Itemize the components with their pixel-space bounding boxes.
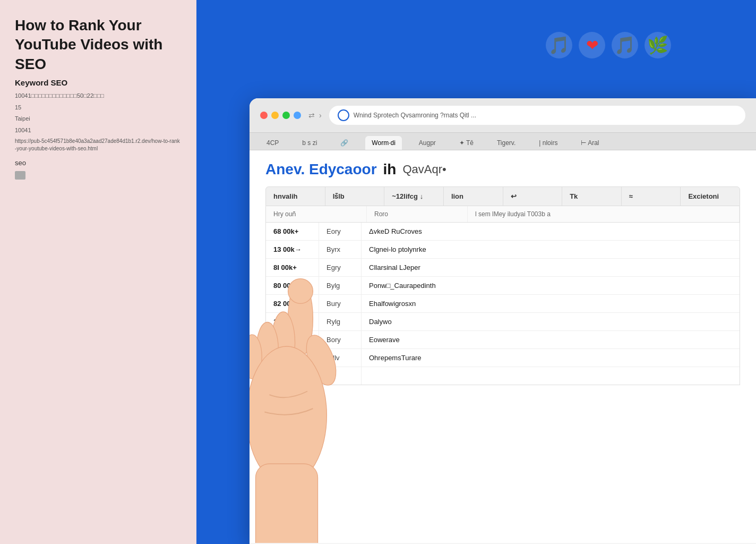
- extra-button[interactable]: [294, 112, 301, 119]
- page-url: https://pub-5c454f571b8e40a3a2aad27ade84…: [15, 138, 182, 152]
- maximize-button[interactable]: [282, 112, 290, 119]
- cell-num: S0 00k+: [266, 349, 319, 367]
- data-table: hnvalih ls̄lb ~12lifcg ↓ lion ↩ Tk ≈ Exc…: [265, 186, 740, 385]
- cell-text: [362, 367, 740, 385]
- heart-icon: ❤: [579, 32, 605, 58]
- cell-num: 17 00k+: [266, 313, 319, 330]
- cell-num: 8F 00k+: [266, 367, 319, 385]
- th-2: ~12lifcg ↓: [384, 187, 444, 206]
- table-row: 8F 00k+: [266, 367, 740, 385]
- tab-4[interactable]: Augpr: [413, 136, 442, 150]
- table-row: 32 00k+ Bory Eowerave: [266, 331, 740, 349]
- th-3: lion: [444, 187, 503, 206]
- tab-1[interactable]: b s zi: [296, 136, 323, 150]
- cell-text: Dalywo: [362, 313, 740, 330]
- browser-content: Anev. Edycaoor ih QavAqr• hnvalih ls̄lb …: [250, 150, 756, 543]
- meta-line1: 10041□□□□□□□□□□□□□50□22□□□: [15, 91, 182, 101]
- cell-mid: Bury: [319, 295, 362, 312]
- tab-3[interactable]: Worm·di: [365, 136, 401, 150]
- meta-line2: 15: [15, 103, 182, 113]
- cell-mid: Egry: [319, 259, 362, 276]
- cell-num: 32 00k+: [266, 331, 319, 348]
- sub-2: l sem lMey iludyai T003b a: [468, 206, 740, 222]
- content-title: Anev. Edycaoor ih QavAqr•: [265, 161, 740, 178]
- browser-chrome: ⇄ › Wnind Sprotech Qvsamroning ?rnats Qi…: [250, 98, 756, 133]
- cell-mid: Bory: [319, 331, 362, 348]
- cell-text: Cllarsinal LJeper: [362, 259, 740, 276]
- keyword-label: Keyword SEO: [15, 78, 182, 87]
- cell-num: 68 00k+: [266, 223, 319, 240]
- cell-text: Ponw□_Caurapedinth: [362, 277, 740, 294]
- th-5: Tk: [562, 187, 622, 206]
- table-row: 68 00k+ Eory ΔvkeD RuCroves: [266, 223, 740, 241]
- address-circle-icon: [338, 109, 349, 121]
- back-icon[interactable]: ⇄: [308, 111, 315, 120]
- music-icon-2: 🎵: [612, 32, 638, 58]
- cell-text: Ehalfowigrosxn: [362, 295, 740, 312]
- tag-label: seo: [15, 159, 182, 167]
- sub-1: Roro: [367, 206, 468, 222]
- tag-icon: [15, 171, 25, 180]
- forward-icon[interactable]: ›: [319, 111, 322, 120]
- cell-text: OhrepemsTurare: [362, 349, 740, 367]
- cell-num: 13 00k→: [266, 241, 319, 258]
- data-rows: 68 00k+ Eory ΔvkeD RuCroves 13 00k→ Byrx…: [265, 223, 740, 385]
- th-1: ls̄lb: [325, 187, 385, 206]
- cell-num: 82 00k+: [266, 295, 319, 312]
- tab-2[interactable]: 🔗: [334, 136, 355, 150]
- tab-8[interactable]: ⊢ Aral: [574, 136, 605, 150]
- close-button[interactable]: [260, 112, 268, 119]
- tab-0[interactable]: 4CP: [260, 136, 285, 150]
- th-7: Excietoni: [681, 187, 740, 206]
- content-title-part2: ih: [383, 161, 397, 178]
- meta-line3: Taipei: [15, 114, 182, 124]
- traffic-lights: [260, 112, 301, 119]
- cell-num: 80 00k+: [266, 277, 319, 294]
- table-header: hnvalih ls̄lb ~12lifcg ↓ lion ↩ Tk ≈ Exc…: [265, 186, 740, 206]
- table-row: S0 00k+ Nillv OhrepemsTurare: [266, 349, 740, 367]
- cell-mid: Byrx: [319, 241, 362, 258]
- browser-tabs-bar: 4CP b s zi 🔗 Worm·di Augpr ✦ Tē Tigerv. …: [250, 133, 756, 150]
- address-bar[interactable]: Wnind Sprotech Qvsamroning ?rnats Qitl .…: [329, 106, 745, 125]
- content-title-part1: Anev. Edycaoor: [265, 161, 377, 178]
- table-row: 13 00k→ Byrx Clgnei-lo ptolynrke: [266, 241, 740, 259]
- content-title-part3: QavAqr•: [402, 163, 446, 176]
- th-4: ↩: [503, 187, 563, 206]
- leaf-icon: 🌿: [645, 32, 671, 58]
- right-panel: 🎵 ❤ 🎵 🌿 ⇄ › Wnind Sprotech Qvsamroning ?…: [196, 0, 756, 544]
- meta-line4: 10041: [15, 126, 182, 135]
- table-row: 17 00k+ Rylg Dalywo: [266, 313, 740, 331]
- th-6: ≈: [622, 187, 681, 206]
- table-row: 82 00k+ Bury Ehalfowigrosxn: [266, 295, 740, 313]
- music-icon-1: 🎵: [546, 32, 572, 58]
- tab-6[interactable]: Tigerv.: [491, 136, 522, 150]
- cell-text: ΔvkeD RuCroves: [362, 223, 740, 240]
- svg-point-4: [250, 335, 262, 379]
- cell-text: Eowerave: [362, 331, 740, 348]
- address-text: Wnind Sprotech Qvsamroning ?rnats Qitl .…: [354, 112, 476, 119]
- sub-0: Hry oun̄: [266, 206, 367, 222]
- svg-rect-7: [256, 464, 318, 543]
- tab-5[interactable]: ✦ Tē: [453, 136, 480, 150]
- table-subheader: Hry oun̄ Roro l sem lMey iludyai T003b a: [265, 206, 740, 223]
- page-title: How to Rank Your YouTube Videos with SEO: [15, 16, 182, 74]
- table-row: 8I 00k+ Egry Cllarsinal LJeper: [266, 259, 740, 277]
- cell-num: 8I 00k+: [266, 259, 319, 276]
- cell-mid: Eory: [319, 223, 362, 240]
- table-row: 80 00k+ Bylg Ponw□_Caurapedinth: [266, 277, 740, 295]
- cell-mid: Rylg: [319, 313, 362, 330]
- cell-mid: Bylg: [319, 277, 362, 294]
- cell-mid: [319, 367, 362, 385]
- minimize-button[interactable]: [271, 112, 279, 119]
- left-sidebar: How to Rank Your YouTube Videos with SEO…: [0, 0, 196, 544]
- browser-nav: ⇄ ›: [308, 111, 322, 120]
- th-0: hnvalih: [266, 187, 325, 206]
- cell-text: Clgnei-lo ptolynrke: [362, 241, 740, 258]
- browser-window: ⇄ › Wnind Sprotech Qvsamroning ?rnats Qi…: [250, 98, 756, 544]
- tab-7[interactable]: | nloirs: [532, 136, 564, 150]
- cell-mid: Nillv: [319, 349, 362, 367]
- top-icons-row: 🎵 ❤ 🎵 🌿: [546, 32, 671, 58]
